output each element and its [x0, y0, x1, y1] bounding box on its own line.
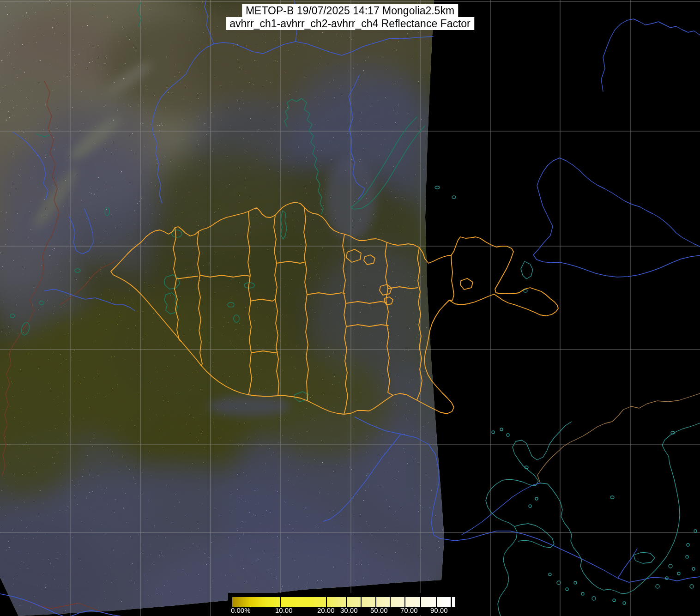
- satellite-map-canvas: [0, 0, 700, 616]
- colorbar-label: 50.00: [370, 606, 388, 614]
- satellite-product-view: METOP-B 19/07/2025 14:17 Mongolia2.5km a…: [0, 0, 700, 616]
- colorbar-label: 0.00%: [231, 606, 251, 614]
- reflectance-colorbar: 0.00% 10.00 20.00 30.00 50.00 70.00 90.0…: [228, 593, 467, 615]
- colorbar-gradient: [232, 597, 456, 607]
- colorbar-label: 70.00: [400, 606, 418, 614]
- colorbar-label: 90.00: [430, 606, 448, 614]
- colorbar-tick: [280, 597, 281, 607]
- colorbar-label: 30.00: [340, 606, 358, 614]
- title-line-1: METOP-B 19/07/2025 14:17 Mongolia2.5km: [242, 4, 458, 17]
- colorbar-tick: [404, 597, 405, 607]
- colorbar-tick: [375, 597, 376, 607]
- colorbar-tick: [326, 597, 327, 607]
- colorbar-label: 10.00: [275, 606, 293, 614]
- colorbar-label: 20.00: [317, 606, 335, 614]
- colorbar-tick: [361, 597, 362, 607]
- colorbar-tick: [390, 597, 391, 607]
- colorbar-tick: [346, 597, 347, 607]
- colorbar-tick: [420, 597, 421, 607]
- image-title: METOP-B 19/07/2025 14:17 Mongolia2.5km a…: [226, 4, 474, 30]
- title-line-2: avhrr_ch1-avhrr_ch2-avhrr_ch4 Reflectanc…: [226, 17, 474, 30]
- colorbar-tick: [436, 597, 437, 607]
- colorbar-tick: [451, 597, 452, 607]
